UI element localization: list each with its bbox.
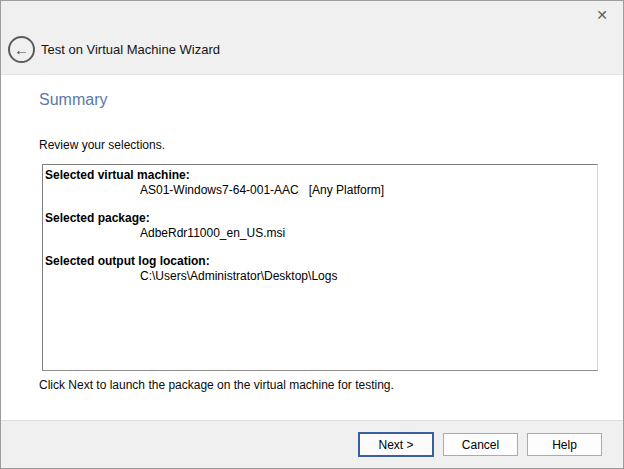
wizard-window: ✕ ← Test on Virtual Machine Wizard Summa… xyxy=(0,0,624,469)
summary-label: Selected output log location: xyxy=(45,254,593,269)
button-bar: Next > Cancel Help xyxy=(1,420,623,468)
summary-label: Selected virtual machine: xyxy=(45,168,593,183)
summary-section-output-log: Selected output log location: C:\Users\A… xyxy=(45,254,593,284)
footnote-text: Click Next to launch the package on the … xyxy=(39,378,623,392)
wizard-title: Test on Virtual Machine Wizard xyxy=(41,42,220,57)
wizard-page: Summary Review your selections. Selected… xyxy=(1,75,623,420)
back-arrow-icon: ← xyxy=(14,42,29,57)
header-back-row: ← Test on Virtual Machine Wizard xyxy=(8,36,220,63)
instruction-text: Review your selections. xyxy=(39,138,623,152)
wizard-header: ✕ ← Test on Virtual Machine Wizard xyxy=(1,1,623,75)
close-button[interactable]: ✕ xyxy=(587,3,617,27)
summary-value: AdbeRdr11000_en_US.msi xyxy=(45,226,593,241)
next-button[interactable]: Next > xyxy=(358,432,434,457)
help-button[interactable]: Help xyxy=(527,433,602,456)
summary-section-virtual-machine: Selected virtual machine: AS01-Windows7-… xyxy=(45,168,593,198)
summary-value: AS01-Windows7-64-001-AAC [Any Platform] xyxy=(45,183,593,198)
cancel-button[interactable]: Cancel xyxy=(443,433,518,456)
close-icon: ✕ xyxy=(596,7,608,23)
summary-box: Selected virtual machine: AS01-Windows7-… xyxy=(42,164,598,371)
summary-value: C:\Users\Administrator\Desktop\Logs xyxy=(45,269,593,284)
summary-label: Selected package: xyxy=(45,211,593,226)
summary-section-package: Selected package: AdbeRdr11000_en_US.msi xyxy=(45,211,593,241)
back-button[interactable]: ← xyxy=(8,36,35,63)
page-heading: Summary xyxy=(39,91,623,109)
